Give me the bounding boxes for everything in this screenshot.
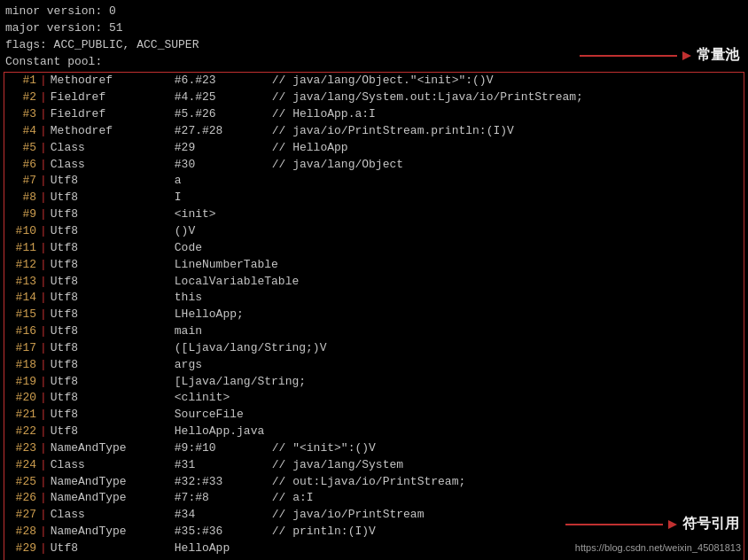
entry-ref: #5.#26 bbox=[175, 106, 272, 123]
entry-num: #20 bbox=[12, 390, 36, 407]
header-flags: flags: ACC_PUBLIC, ACC_SUPER bbox=[0, 37, 748, 54]
entry-ref: main bbox=[175, 323, 272, 340]
entry-num: #24 bbox=[12, 457, 36, 474]
pool-entry: #20|Utf8<clinit> bbox=[6, 390, 742, 407]
entry-type: Utf8 bbox=[51, 357, 175, 374]
pool-entry: #16|Utf8main bbox=[6, 323, 742, 340]
entry-ref: LocalVariableTable bbox=[175, 274, 299, 291]
entry-ref: a bbox=[175, 173, 272, 190]
pool-entry: #4|Methodref#27.#28// java/io/PrintStrea… bbox=[6, 123, 742, 140]
entry-num: #14 bbox=[12, 290, 36, 307]
entry-type: Utf8 bbox=[51, 374, 175, 391]
entry-ref: #4.#25 bbox=[175, 89, 272, 106]
entry-ref: this bbox=[175, 290, 272, 307]
entry-type: Utf8 bbox=[51, 541, 175, 557]
entry-num: #23 bbox=[12, 440, 36, 457]
entry-ref: I bbox=[175, 190, 272, 206]
entry-num: #8 bbox=[12, 190, 36, 206]
pool-entry: #19|Utf8[Ljava/lang/String; bbox=[6, 374, 742, 391]
entry-num: #16 bbox=[12, 323, 36, 340]
entry-separator: | bbox=[40, 240, 47, 257]
pool-entry: #14|Utf8this bbox=[6, 290, 742, 307]
pool-entry: #18|Utf8args bbox=[6, 357, 742, 374]
entry-num: #26 bbox=[12, 490, 36, 507]
entry-num: #15 bbox=[12, 307, 36, 323]
entry-type: Class bbox=[51, 457, 175, 474]
entry-ref: ([Ljava/lang/String;)V bbox=[175, 340, 327, 357]
entry-type: Utf8 bbox=[51, 307, 175, 323]
pool-entry: #24|Class#31// java/lang/System bbox=[6, 457, 742, 474]
pool-entry: #26|NameAndType#7:#8// a:I bbox=[6, 490, 742, 507]
entry-separator: | bbox=[40, 223, 47, 240]
entry-separator: | bbox=[40, 323, 47, 340]
pool-entry: #12|Utf8LineNumberTable bbox=[6, 257, 742, 274]
entry-num: #13 bbox=[12, 274, 36, 291]
entry-comment: // java/io/PrintStream.println:(I)V bbox=[272, 123, 514, 140]
pool-entry: #6|Class#30// java/lang/Object bbox=[6, 157, 742, 174]
entry-type: Utf8 bbox=[51, 340, 175, 357]
pool-entry: #8|Utf8I bbox=[6, 190, 742, 206]
entry-type: Utf8 bbox=[51, 173, 175, 190]
entry-ref: #34 bbox=[175, 507, 272, 524]
entry-ref: ()V bbox=[175, 223, 272, 240]
entry-separator: | bbox=[40, 157, 47, 174]
entry-type: Utf8 bbox=[51, 290, 175, 307]
entry-separator: | bbox=[40, 490, 47, 507]
entry-type: Class bbox=[51, 140, 175, 157]
pool-entry: #13|Utf8LocalVariableTable bbox=[6, 274, 742, 291]
entry-num: #25 bbox=[12, 474, 36, 491]
entry-type: Utf8 bbox=[51, 390, 175, 407]
entry-type: Methodref bbox=[51, 123, 175, 140]
entry-num: #4 bbox=[12, 123, 36, 140]
entry-num: #6 bbox=[12, 157, 36, 174]
entry-type: Class bbox=[51, 507, 175, 524]
pool-entry: #3|Fieldref#5.#26// HelloApp.a:I bbox=[6, 106, 742, 123]
entry-type: Utf8 bbox=[51, 407, 175, 424]
pool-entry: #5|Class#29// HelloApp bbox=[6, 140, 742, 157]
entry-num: #5 bbox=[12, 140, 36, 157]
entry-separator: | bbox=[40, 524, 47, 541]
entry-separator: | bbox=[40, 123, 47, 140]
pool-entry: #21|Utf8SourceFile bbox=[6, 407, 742, 424]
code-area: minor version: 0 major version: 51 flags… bbox=[0, 0, 748, 560]
entry-comment: // java/lang/System bbox=[272, 457, 403, 474]
header-constant-pool: Constant pool: bbox=[0, 54, 748, 71]
entry-separator: | bbox=[40, 257, 47, 274]
entry-ref: <clinit> bbox=[175, 390, 272, 407]
entry-separator: | bbox=[40, 440, 47, 457]
entry-separator: | bbox=[40, 374, 47, 391]
entry-type: Utf8 bbox=[51, 274, 175, 291]
pool-entry: #23|NameAndType#9:#10// "<init>":()V bbox=[6, 440, 742, 457]
entry-separator: | bbox=[40, 106, 47, 123]
entry-separator: | bbox=[40, 274, 47, 291]
entry-comment: // java/lang/System.out:Ljava/io/PrintSt… bbox=[272, 89, 583, 106]
entry-type: NameAndType bbox=[51, 474, 175, 491]
pool-entry: #11|Utf8Code bbox=[6, 240, 742, 257]
header-minor: minor version: 0 bbox=[0, 4, 748, 20]
entry-ref: #35:#36 bbox=[175, 524, 272, 541]
entry-type: NameAndType bbox=[51, 524, 175, 541]
entry-num: #28 bbox=[12, 524, 36, 541]
entry-num: #11 bbox=[12, 240, 36, 257]
entry-comment: // a:I bbox=[272, 490, 314, 507]
entry-ref: HelloApp bbox=[175, 541, 272, 557]
entry-ref: #27.#28 bbox=[175, 123, 272, 140]
entry-comment: // out:Ljava/io/PrintStream; bbox=[272, 474, 465, 491]
pool-entry: #7|Utf8a bbox=[6, 173, 742, 190]
pool-entry: #15|Utf8LHelloApp; bbox=[6, 307, 742, 323]
entry-type: Utf8 bbox=[51, 190, 175, 206]
entry-separator: | bbox=[40, 290, 47, 307]
entry-ref: #31 bbox=[175, 457, 272, 474]
entry-ref: args bbox=[175, 357, 272, 374]
entry-separator: | bbox=[40, 206, 47, 223]
entry-type: Fieldref bbox=[51, 89, 175, 106]
entry-num: #17 bbox=[12, 340, 36, 357]
entry-num: #9 bbox=[12, 206, 36, 223]
entry-ref: #30 bbox=[175, 157, 272, 174]
pool-entry: #17|Utf8([Ljava/lang/String;)V bbox=[6, 340, 742, 357]
entry-type: Fieldref bbox=[51, 106, 175, 123]
pool-entry: #2|Fieldref#4.#25// java/lang/System.out… bbox=[6, 89, 742, 106]
entry-ref: [Ljava/lang/String; bbox=[175, 374, 306, 391]
entry-num: #1 bbox=[12, 73, 36, 89]
entry-separator: | bbox=[40, 424, 47, 440]
